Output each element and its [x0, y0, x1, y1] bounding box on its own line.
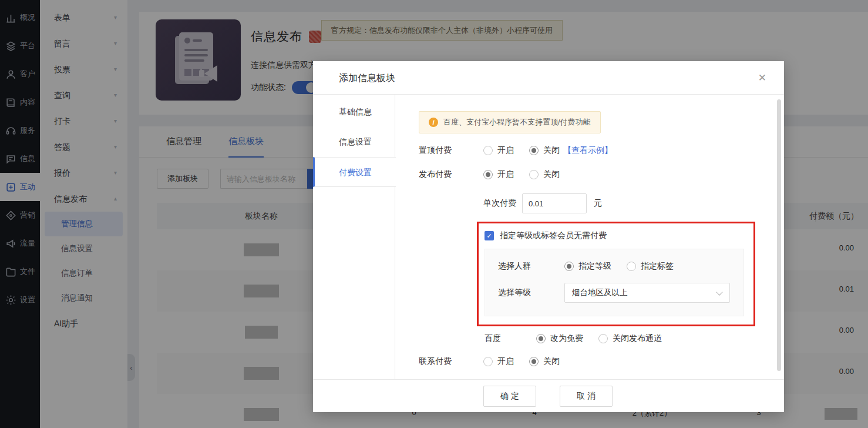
baidu-close-radio[interactable]	[598, 334, 608, 343]
info-icon: i	[429, 118, 438, 127]
radio-label: 关闭	[543, 356, 560, 367]
modal-scrollbar[interactable]	[777, 99, 781, 371]
modal-tab-label: 付费设置	[339, 168, 372, 177]
top-fee-on-radio[interactable]	[483, 146, 493, 155]
radio-label: 关闭	[543, 169, 560, 180]
single-fee-input[interactable]	[522, 193, 587, 213]
modal-tab-label: 信息设置	[339, 137, 372, 146]
top-fee-off-radio[interactable]	[529, 146, 539, 155]
baidu-free-radio[interactable]	[536, 334, 546, 343]
modal-tab-basic-info[interactable]: 基础信息	[313, 97, 395, 127]
radio-label: 关闭	[543, 145, 560, 156]
contact-fee-off-radio[interactable]	[529, 357, 539, 366]
field-label: 百度	[485, 333, 536, 344]
top-fee-row: 置顶付费 开启 关闭 【查看示例】	[419, 145, 784, 156]
annotation-red-box: ✓ 指定等级或标签会员无需付费 选择人群 指定等级 指定标签 选择等级	[477, 222, 755, 326]
add-board-modal: 添加信息板块 ✕ 基础信息 信息设置 付费设置 i 百度、支付宝小程序暂不支持置…	[313, 61, 784, 412]
crowd-tag-radio[interactable]	[627, 262, 636, 271]
level-row: 选择等级 烟台地区及以上	[498, 272, 743, 303]
modal-title: 添加信息板块	[339, 61, 395, 95]
radio-label: 指定标签	[641, 261, 674, 272]
radio-label: 开启	[497, 356, 514, 367]
radio-label: 指定等级	[578, 261, 611, 272]
fee-unit: 元	[594, 198, 602, 209]
close-icon[interactable]: ✕	[758, 72, 766, 84]
modal-tab-info-settings[interactable]: 信息设置	[313, 127, 395, 157]
checkbox-label: 指定等级或标签会员无需付费	[500, 230, 607, 241]
page: 概况 平台 客户 内容 服务 信息 互动 营销	[0, 0, 868, 428]
modal-tab-payment-settings[interactable]: 付费设置	[313, 157, 396, 187]
chevron-down-icon	[716, 289, 722, 295]
crowd-row: 选择人群 指定等级 指定标签	[498, 261, 743, 272]
field-label: 置顶付费	[419, 145, 483, 156]
publish-fee-on-radio[interactable]	[483, 170, 493, 179]
modal-footer: 确 定 取 消	[313, 379, 784, 412]
view-example-link[interactable]: 【查看示例】	[563, 145, 613, 156]
modal-tab-label: 基础信息	[339, 107, 372, 116]
radio-label: 开启	[497, 145, 514, 156]
modal-content: i 百度、支付宝小程序暂不支持置顶/付费功能 置顶付费 开启 关闭 【查看示例】…	[395, 95, 784, 379]
field-label: 选择等级	[498, 287, 564, 298]
publish-fee-row: 发布付费 开启 关闭	[419, 169, 784, 180]
exempt-settings-box: 选择人群 指定等级 指定标签 选择等级 烟台地区及以上	[485, 249, 744, 316]
banner-text: 百度、支付宝小程序暂不支持置顶/付费功能	[443, 117, 591, 128]
field-label: 联系付费	[419, 356, 483, 367]
radio-label: 改为免费	[550, 333, 583, 344]
modal-body: 基础信息 信息设置 付费设置 i 百度、支付宝小程序暂不支持置顶/付费功能 置顶…	[313, 95, 784, 379]
crowd-level-radio[interactable]	[564, 262, 574, 271]
confirm-button[interactable]: 确 定	[483, 386, 536, 407]
publish-fee-off-radio[interactable]	[529, 170, 539, 179]
modal-header: 添加信息板块 ✕	[313, 61, 784, 95]
field-label: 单次付费	[483, 198, 516, 209]
radio-label: 关闭发布通道	[613, 333, 662, 344]
contact-fee-on-radio[interactable]	[483, 357, 493, 366]
radio-label: 开启	[497, 169, 514, 180]
cancel-button[interactable]: 取 消	[560, 386, 613, 407]
contact-fee-row: 联系付费 开启 关闭	[419, 356, 784, 367]
baidu-row: 百度 改为免费 关闭发布通道	[485, 333, 784, 344]
select-value: 烟台地区及以上	[572, 288, 628, 297]
field-label: 选择人群	[498, 261, 564, 272]
level-select[interactable]: 烟台地区及以上	[564, 283, 730, 303]
check-icon: ✓	[486, 232, 492, 240]
info-banner: i 百度、支付宝小程序暂不支持置顶/付费功能	[419, 111, 601, 133]
exempt-row: ✓ 指定等级或标签会员无需付费	[485, 230, 753, 241]
single-fee-row: 单次付费 元	[483, 193, 784, 213]
field-label: 发布付费	[419, 169, 483, 180]
exempt-checkbox[interactable]: ✓	[485, 231, 494, 240]
modal-side-tabs: 基础信息 信息设置 付费设置	[313, 95, 395, 379]
